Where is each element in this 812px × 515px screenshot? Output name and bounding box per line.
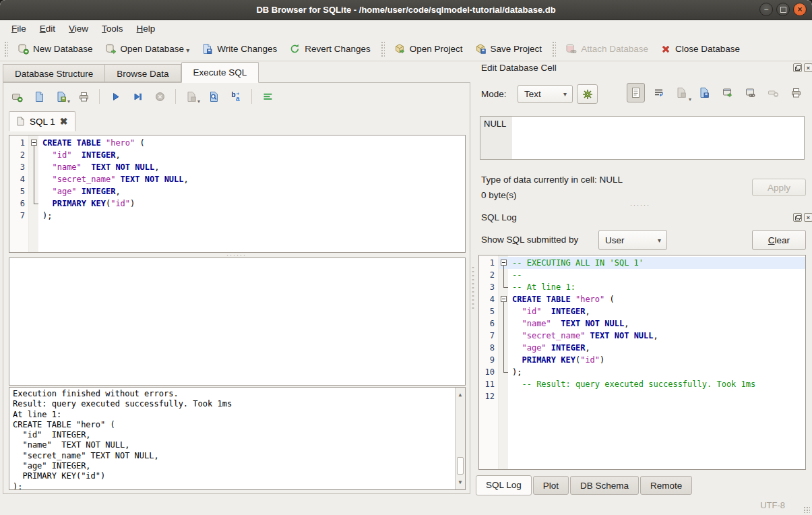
run-icon (110, 91, 121, 102)
tab-sql-log[interactable]: SQL Log (476, 475, 532, 495)
write-changes-label: Write Changes (217, 44, 277, 54)
execute-all-button[interactable] (107, 88, 123, 104)
encoding-indicator[interactable]: UTF-8 (760, 500, 785, 510)
open-sql-file-button[interactable] (31, 88, 47, 104)
mode-label: Mode: (481, 89, 507, 99)
tab-browse-data[interactable]: Browse Data (105, 64, 181, 82)
message-log-scrollbar[interactable]: ▲ ▼ (455, 388, 465, 489)
menu-file[interactable]: File (5, 22, 32, 36)
word-wrap-button[interactable] (650, 83, 668, 102)
execute-line-button[interactable] (129, 88, 146, 104)
clear-log-button[interactable]: Clear (752, 230, 806, 250)
print-icon (790, 87, 802, 98)
sql-tab-close-icon[interactable]: ✖ (60, 117, 68, 126)
cell-value-editor[interactable]: NULL (480, 116, 805, 160)
resize-grip[interactable] (803, 506, 810, 513)
menu-edit[interactable]: Edit (34, 22, 61, 36)
splitter-handle[interactable] (471, 266, 475, 309)
find-button[interactable] (206, 88, 222, 104)
tab-execute-sql[interactable]: Execute SQL (181, 62, 259, 83)
text-mode-button[interactable] (627, 83, 645, 102)
minimize-button[interactable]: − (759, 3, 773, 16)
apply-default-button[interactable] (577, 84, 598, 104)
write-changes-button[interactable]: Write Changes (195, 40, 283, 58)
scrollbar-thumb[interactable] (457, 457, 464, 475)
toolbar-handle[interactable] (381, 41, 385, 57)
dock-float-button[interactable] (793, 63, 802, 72)
mode-select[interactable]: Text ▾ (518, 85, 573, 103)
save-project-button[interactable]: Save Project (469, 40, 549, 58)
revert-changes-button[interactable]: Revert Changes (283, 40, 377, 58)
open-database-dropdown-caret[interactable]: ▾ (186, 47, 189, 55)
apply-button[interactable]: Apply (752, 179, 806, 196)
toolbar-handle[interactable] (552, 41, 556, 57)
maximize-icon (780, 7, 786, 13)
svg-text:b: b (231, 91, 235, 98)
dock-float-button[interactable] (793, 213, 802, 222)
open-project-label: Open Project (410, 44, 463, 54)
tab-database-structure[interactable]: Database Structure (3, 64, 105, 82)
save-sql-file-button[interactable]: ▾ (53, 88, 69, 104)
tab-plot[interactable]: Plot (533, 476, 569, 495)
sql-editor[interactable]: 1CREATE TABLE "hero" (2 "id" INTEGER,3 "… (9, 135, 466, 253)
gear-icon (582, 89, 593, 100)
open-project-button[interactable]: Open Project (388, 40, 469, 58)
main-tab-bar: Database Structure Browse Data Execute S… (3, 62, 259, 82)
toolbar-handle[interactable] (4, 41, 8, 57)
tab-db-schema[interactable]: DB Schema (570, 476, 639, 495)
tab-remote[interactable]: Remote (640, 476, 692, 495)
menu-bar: File Edit View Tools Help (0, 20, 812, 37)
open-database-label: Open Database (121, 44, 185, 54)
execution-message-log[interactable]: Execution finished without errors.Result… (9, 387, 466, 490)
log-line: Execution finished without errors. (13, 389, 462, 399)
text-document-icon (630, 87, 642, 98)
log-line: "name" TEXT NOT NULL, (13, 440, 462, 450)
save-sql-dropdown-caret[interactable]: ▾ (67, 98, 70, 104)
save-project-icon (475, 43, 487, 55)
print-sql-button[interactable] (75, 88, 92, 104)
sql-file-tab[interactable]: SQL 1 ✖ (9, 111, 75, 131)
sql-log-filter-select[interactable]: User ▾ (598, 230, 667, 250)
export-cell-button[interactable] (695, 83, 714, 102)
log-line: ); (13, 482, 462, 490)
app-window: DB Browser for SQLite - /home/user/code/… (0, 0, 812, 515)
menu-help[interactable]: Help (131, 22, 162, 36)
replace-button[interactable]: ba (228, 88, 244, 104)
log-line: "age" INTEGER, (13, 461, 462, 471)
sql-log-view[interactable]: 1-- EXECUTING ALL IN 'SQL 1'2--3-- At li… (478, 255, 806, 470)
dock-close-button[interactable]: × (804, 63, 812, 72)
new-database-button[interactable]: New Database (11, 40, 99, 58)
close-database-button[interactable]: Close Database (654, 40, 746, 58)
code-line: 8 "age" INTEGER, (479, 342, 805, 354)
edit-cell-title: Edit Database Cell (481, 63, 557, 73)
scroll-down-icon[interactable]: ▼ (459, 475, 462, 489)
maximize-button[interactable] (776, 3, 790, 16)
menu-view[interactable]: View (63, 22, 94, 36)
export-dropdown-caret: ▾ (197, 98, 200, 104)
results-grid[interactable] (9, 258, 466, 386)
save-sql-file-icon (56, 91, 67, 102)
new-sql-tab-button[interactable] (9, 88, 25, 104)
menu-tools[interactable]: Tools (96, 22, 129, 36)
format-sql-button[interactable] (259, 88, 276, 104)
import-cell-button[interactable]: ▾ (673, 83, 691, 102)
import-dropdown-caret: ▾ (689, 96, 691, 102)
dock-close-button[interactable]: × (804, 213, 812, 222)
code-line: 12 (479, 390, 805, 402)
toolbar-separator (175, 89, 176, 104)
open-in-external-button[interactable] (718, 83, 737, 102)
export-results-button[interactable]: ▾ (183, 88, 199, 104)
stop-execution-button[interactable] (152, 88, 168, 104)
copy-link-button[interactable] (741, 83, 759, 102)
set-null-button[interactable] (764, 83, 782, 102)
attach-database-button[interactable]: Attach Database (559, 40, 654, 58)
close-button[interactable]: × (793, 3, 807, 16)
title-bar[interactable]: DB Browser for SQLite - /home/user/code/… (0, 0, 812, 20)
scroll-up-icon[interactable]: ▲ (459, 388, 462, 402)
cell-text-area[interactable] (512, 117, 804, 159)
splitter-handle[interactable]: ······ (472, 203, 809, 207)
log-line: "id" INTEGER, (13, 430, 462, 440)
open-database-button[interactable]: Open Database ▾ (99, 40, 196, 58)
print-cell-button[interactable] (787, 83, 805, 102)
mode-select-value: Text (524, 89, 541, 99)
